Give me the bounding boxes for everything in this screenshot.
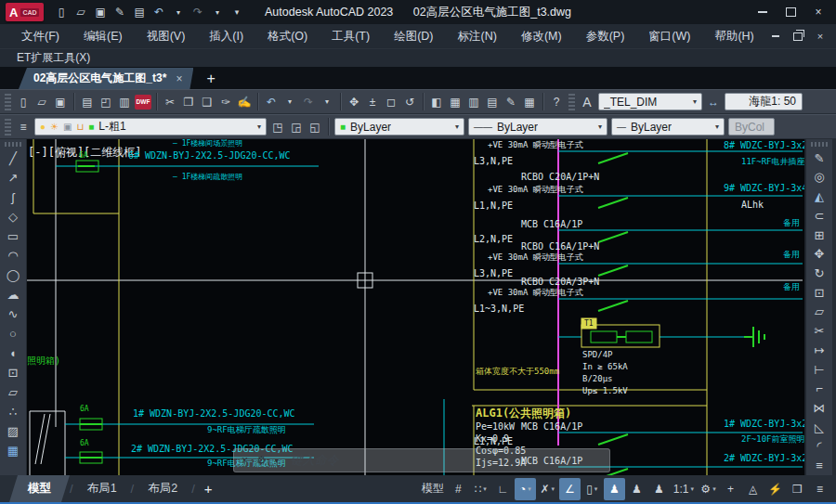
chevron-down-icon[interactable]: ▾ — [594, 485, 598, 493]
construction-line-icon[interactable]: ↗ — [2, 168, 24, 187]
object-snap-icon[interactable]: ∠ — [559, 478, 581, 500]
crosshair-plus-icon[interactable]: + — [720, 478, 741, 500]
new-tab-button[interactable]: + — [206, 71, 215, 89]
open-file-icon[interactable]: ▱ — [33, 92, 51, 111]
new-file-icon[interactable]: ▯ — [14, 92, 33, 111]
command-close-icon[interactable]: × — [242, 454, 248, 467]
chevron-down-icon[interactable]: ▾ — [693, 97, 697, 106]
dynamic-input-icon[interactable]: ▯▾ — [581, 478, 603, 500]
polar-tracking-icon[interactable]: ◔▾ — [515, 478, 536, 500]
save-as-icon[interactable]: ✎ — [111, 4, 129, 21]
customize-wrench-icon[interactable]: ⚙ — [256, 454, 267, 467]
new-layout-button[interactable]: + — [195, 481, 222, 497]
menu-edit[interactable]: 编辑(E) — [72, 25, 135, 48]
copy-icon[interactable]: ◎ — [808, 168, 830, 187]
grid-display-icon[interactable]: # — [448, 478, 469, 500]
edit-reference-icon[interactable]: ✍ — [235, 92, 254, 111]
chevron-down-icon[interactable]: ▾ — [690, 485, 694, 493]
menu-help[interactable]: 帮助(H) — [702, 25, 765, 48]
hatch-icon[interactable]: ▨ — [2, 421, 24, 441]
redo-icon[interactable]: ↷ — [189, 4, 207, 21]
polyline-icon[interactable]: ʃ — [2, 187, 24, 207]
isolate-objects-icon[interactable]: ◬ — [742, 478, 764, 500]
save-icon[interactable]: ▣ — [51, 92, 70, 111]
properties-palette-icon[interactable]: ◧ — [427, 92, 446, 111]
chevron-down-icon[interactable]: ▾ — [715, 123, 719, 131]
paste-icon[interactable]: ❑ — [198, 92, 216, 111]
tab-close-icon[interactable]: × — [176, 72, 182, 85]
undo-caret-icon[interactable]: ▾ — [170, 4, 188, 21]
menu-dimension[interactable]: 标注(N) — [446, 25, 509, 48]
graphics-performance-icon[interactable]: ⚡ — [764, 478, 786, 500]
create-block-icon[interactable]: ▱ — [2, 382, 24, 402]
close-button[interactable]: × — [804, 2, 832, 22]
spline-icon[interactable]: ∿ — [2, 304, 24, 324]
zoom-previous-icon[interactable]: ↺ — [400, 92, 419, 111]
menu-file[interactable]: 文件(F) — [9, 25, 72, 48]
fillet-icon[interactable]: ◜ — [808, 436, 830, 456]
open-file-icon[interactable]: ▱ — [72, 4, 90, 21]
ortho-mode-icon[interactable]: ∟ — [492, 478, 514, 500]
menu-express-tools[interactable]: ET扩展工具(X) — [9, 50, 98, 66]
layer-states-icon[interactable]: ◱ — [306, 117, 324, 136]
annotation-scale-value[interactable]: 1:1▾ — [671, 478, 697, 500]
publish-icon[interactable]: ▥ — [115, 92, 134, 111]
object-snap-tracking-icon[interactable]: ✗▾ — [537, 478, 558, 500]
customization-icon[interactable]: ≡ — [809, 478, 830, 500]
break-at-point-icon[interactable]: ⊢ — [808, 360, 830, 380]
make-object-layer-current-icon[interactable]: ◳ — [268, 117, 287, 136]
cut-icon[interactable]: ✂ — [161, 92, 179, 111]
join-icon[interactable]: ⋈ — [808, 398, 830, 418]
menu-tools[interactable]: 工具(T) — [320, 25, 382, 48]
menu-parametric[interactable]: 参数(P) — [574, 25, 637, 48]
mirror-icon[interactable]: ◭ — [808, 187, 830, 206]
linetype-combo[interactable]: ——ByLayer▾ — [468, 118, 607, 136]
redo-icon[interactable]: ↷ — [299, 92, 318, 111]
help-icon[interactable]: ? — [547, 92, 566, 111]
undo-icon[interactable]: ↶ — [150, 4, 168, 21]
qat-menu-icon[interactable]: ▾ — [229, 4, 246, 21]
menu-window[interactable]: 窗口(W) — [636, 25, 702, 48]
redo-caret-icon[interactable]: ▾ — [209, 4, 227, 21]
zoom-realtime-icon[interactable]: ± — [363, 92, 382, 111]
erase-icon[interactable]: ✎ — [808, 149, 830, 168]
quick-calc-icon[interactable]: ▦ — [520, 92, 539, 111]
tab-model[interactable]: 模型 — [9, 475, 70, 502]
plot-preview-icon[interactable]: ◰ — [97, 92, 115, 111]
menu-draw[interactable]: 绘图(D) — [382, 25, 445, 48]
insert-block-icon[interactable]: ⊡ — [2, 363, 24, 382]
chamfer-icon[interactable]: ◺ — [808, 418, 830, 437]
toolbar-grip[interactable] — [5, 94, 11, 110]
offset-icon[interactable]: ⊂ — [808, 206, 830, 226]
pan-icon[interactable]: ✥ — [345, 92, 363, 111]
toolbar-grip[interactable] — [568, 94, 575, 110]
undo-caret-icon[interactable]: ▾ — [281, 92, 299, 111]
plot-icon[interactable]: ▤ — [78, 92, 97, 111]
doc-minimize-button[interactable] — [765, 28, 786, 45]
toolbar-grip[interactable] — [5, 119, 11, 136]
explode-icon[interactable]: ≡ — [808, 456, 830, 475]
point-icon[interactable]: ∴ — [2, 402, 24, 421]
extend-icon[interactable]: ↦ — [808, 341, 830, 360]
color-combo[interactable]: ■ByLayer▾ — [334, 118, 464, 136]
undo-icon[interactable]: ↶ — [262, 92, 281, 111]
chevron-down-icon[interactable]: ▾ — [483, 485, 487, 493]
arc-icon[interactable]: ◠ — [2, 246, 24, 265]
menu-view[interactable]: 视图(V) — [135, 25, 198, 48]
design-center-icon[interactable]: ▦ — [446, 92, 464, 111]
model-space-button[interactable]: 模型 — [419, 478, 447, 500]
chevron-down-icon[interactable]: ▾ — [257, 123, 261, 131]
gradient-icon[interactable]: ▦ — [2, 441, 24, 460]
doc-close-button[interactable]: × — [810, 28, 830, 45]
tool-palettes-icon[interactable]: ▥ — [464, 92, 483, 111]
dim-style-icon[interactable]: ↔ — [704, 92, 723, 111]
zoom-window-icon[interactable]: ◻ — [382, 92, 400, 111]
revision-cloud-icon[interactable]: ☁ — [2, 285, 24, 304]
menu-modify[interactable]: 修改(M) — [509, 25, 574, 48]
toolbar-grip[interactable] — [811, 142, 828, 147]
command-prompt[interactable]: 键入命令 — [291, 452, 339, 469]
minimize-button[interactable] — [749, 2, 777, 22]
trim-icon[interactable]: ✂ — [808, 321, 830, 341]
lineweight-combo[interactable]: —ByLayer▾ — [611, 118, 725, 136]
plot-icon[interactable]: ▤ — [131, 4, 149, 21]
